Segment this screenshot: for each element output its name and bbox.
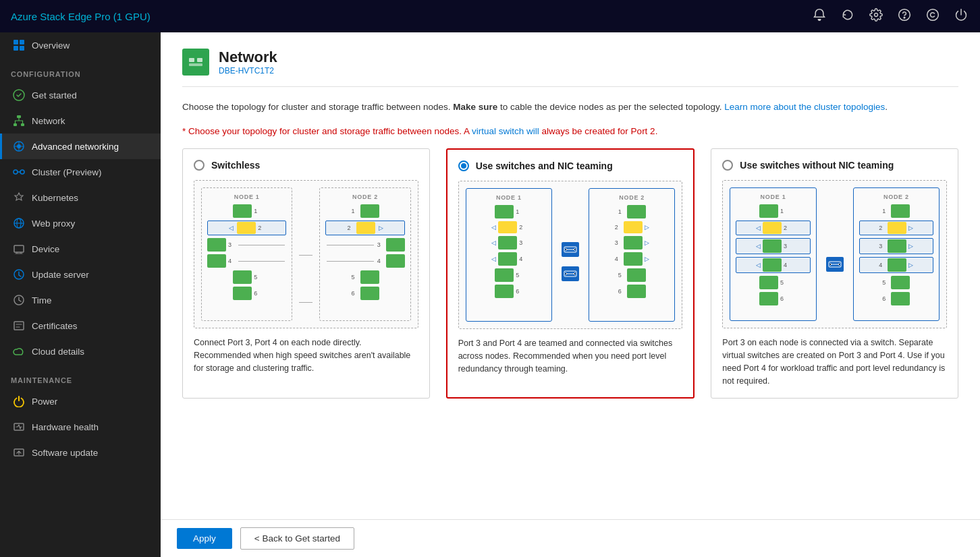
- sidebar-item-cluster-label: Cluster (Preview): [32, 167, 102, 177]
- device-icon: [13, 243, 25, 255]
- sidebar-item-update-server-label: Update server: [32, 270, 89, 280]
- node2-no-teaming: NODE 2 1 2 ▷ 3: [853, 187, 940, 321]
- svg-point-15: [20, 170, 24, 174]
- content-scroll: Network DBE-HVTC1T2 Choose the topology …: [161, 32, 980, 519]
- svg-point-0: [875, 13, 878, 16]
- maintenance-section-label: MAINTENANCE: [0, 364, 161, 388]
- sidebar-item-overview[interactable]: Overview: [0, 32, 161, 58]
- get-started-icon: [13, 89, 25, 101]
- help-icon[interactable]: [896, 8, 913, 25]
- svg-rect-7: [20, 46, 24, 51]
- sidebar-item-advanced-networking-label: Advanced networking: [32, 142, 119, 152]
- sidebar-item-power-label: Power: [32, 397, 57, 407]
- page-header: Network DBE-HVTC1T2: [182, 49, 958, 87]
- sidebar-item-hardware-health-label: Hardware health: [32, 422, 99, 432]
- network-icon: [13, 115, 25, 127]
- overview-icon: [13, 39, 25, 51]
- topology-desc-switchless: Connect Port 3, Port 4 on each node dire…: [194, 336, 418, 374]
- topbar-icons: [811, 8, 969, 25]
- sidebar-item-time-label: Time: [32, 295, 52, 305]
- sidebar-item-software-update[interactable]: Software update: [0, 440, 161, 465]
- topology-card-switches-no-teaming-title: Use switches without NIC teaming: [740, 160, 894, 171]
- topology-card-switches-no-teaming[interactable]: Use switches without NIC teaming NODE 1 …: [711, 148, 958, 399]
- radio-switches-nic[interactable]: [458, 160, 469, 171]
- diagram-switchless: NODE 1 1 ◁ 2: [194, 180, 418, 328]
- app-title: Azure Stack Edge Pro (1 GPU): [11, 11, 811, 22]
- svg-point-2: [904, 17, 905, 18]
- sidebar-item-kubernetes[interactable]: Kubernetes: [0, 185, 161, 210]
- svg-point-14: [13, 170, 18, 174]
- sidebar-item-cloud-details-label: Cloud details: [32, 347, 84, 357]
- advanced-networking-icon: [13, 140, 25, 152]
- back-button[interactable]: < Back to Get started: [240, 527, 354, 550]
- sidebar-item-web-proxy[interactable]: Web proxy: [0, 210, 161, 236]
- cluster-icon: [13, 166, 25, 178]
- refresh-icon[interactable]: [840, 8, 856, 25]
- main-layout: Overview CONFIGURATION Get started Netwo…: [0, 32, 980, 557]
- gear-icon[interactable]: [868, 8, 884, 25]
- sidebar-item-time[interactable]: Time: [0, 287, 161, 313]
- svg-rect-9: [17, 115, 21, 118]
- sidebar-item-get-started[interactable]: Get started: [0, 82, 161, 108]
- page-title: Network: [219, 49, 277, 66]
- svg-rect-5: [20, 40, 24, 45]
- svg-point-1: [899, 9, 910, 20]
- diagram-switches-nic: NODE 1 1 ◁ 2 ◁: [458, 181, 683, 329]
- radio-switches-no-teaming[interactable]: [722, 160, 733, 171]
- node1-no-teaming: NODE 1 1 ◁ 2 ◁: [730, 187, 816, 321]
- virtual-switch-link[interactable]: virtual switch will: [472, 126, 539, 136]
- radio-switchless[interactable]: [194, 160, 205, 171]
- topology-card-switches-nic[interactable]: Use switches and NIC teaming NODE 1 1 ◁: [446, 148, 695, 399]
- sidebar-item-get-started-label: Get started: [32, 90, 77, 100]
- node1-switches-nic: NODE 1 1 ◁ 2 ◁: [466, 188, 552, 322]
- svg-rect-21: [14, 322, 24, 330]
- sidebar-item-cluster[interactable]: Cluster (Preview): [0, 159, 161, 185]
- content-area: Network DBE-HVTC1T2 Choose the topology …: [161, 32, 980, 557]
- description-text: Choose the topology for cluster and stor…: [182, 100, 958, 114]
- time-icon: [13, 294, 25, 306]
- sidebar-item-network[interactable]: Network: [0, 108, 161, 134]
- diagram-switches-no-teaming: NODE 1 1 ◁ 2 ◁: [722, 180, 947, 328]
- copyright-icon[interactable]: [925, 8, 941, 25]
- sidebar-item-update-server[interactable]: Update server: [0, 262, 161, 287]
- page-subtitle: DBE-HVTC1T2: [219, 66, 277, 76]
- learn-more-link[interactable]: Learn more about the cluster topologies: [724, 102, 885, 112]
- topbar: Azure Stack Edge Pro (1 GPU): [0, 0, 980, 32]
- sidebar-item-certificates[interactable]: Certificates: [0, 313, 161, 339]
- sidebar-item-device[interactable]: Device: [0, 236, 161, 262]
- svg-rect-26: [197, 58, 202, 62]
- svg-rect-4: [13, 40, 18, 45]
- bell-icon[interactable]: [811, 8, 827, 25]
- node2-switches-nic: NODE 2 1 2 ▷ 3: [589, 188, 675, 322]
- topology-card-switches-no-teaming-header: Use switches without NIC teaming: [722, 160, 947, 171]
- power-icon[interactable]: [953, 8, 969, 25]
- power-sidebar-icon: [13, 395, 25, 407]
- topology-options: Switchless NODE 1 1: [182, 148, 958, 399]
- topology-card-switchless[interactable]: Switchless NODE 1 1: [182, 148, 430, 399]
- svg-point-3: [927, 9, 939, 20]
- sidebar-item-certificates-label: Certificates: [32, 321, 78, 331]
- svg-rect-6: [13, 46, 18, 51]
- sidebar-item-cloud-details[interactable]: Cloud details: [0, 339, 161, 364]
- bottom-bar: Apply < Back to Get started: [161, 519, 980, 557]
- svg-rect-18: [14, 245, 24, 252]
- sidebar: Overview CONFIGURATION Get started Netwo…: [0, 32, 161, 557]
- apply-button[interactable]: Apply: [177, 528, 232, 549]
- sidebar-item-power[interactable]: Power: [0, 388, 161, 414]
- topology-card-switches-nic-header: Use switches and NIC teaming: [458, 160, 683, 171]
- web-proxy-icon: [13, 217, 25, 229]
- page-header-icon: [182, 49, 209, 76]
- sidebar-item-hardware-health[interactable]: Hardware health: [0, 414, 161, 440]
- topology-card-switches-nic-title: Use switches and NIC teaming: [476, 160, 613, 171]
- sidebar-item-advanced-networking[interactable]: Advanced networking: [0, 134, 161, 159]
- kubernetes-icon: [13, 192, 25, 204]
- svg-rect-27: [189, 63, 202, 66]
- page-header-text: Network DBE-HVTC1T2: [219, 49, 277, 76]
- node2-switchless: NODE 2 1 2 ▷: [319, 187, 410, 321]
- sidebar-item-web-proxy-label: Web proxy: [32, 218, 75, 229]
- topology-card-switchless-title: Switchless: [211, 160, 260, 171]
- svg-rect-11: [21, 123, 24, 126]
- topology-card-switchless-header: Switchless: [194, 160, 418, 171]
- cloud-details-icon: [13, 345, 25, 357]
- hardware-health-icon: [13, 421, 25, 433]
